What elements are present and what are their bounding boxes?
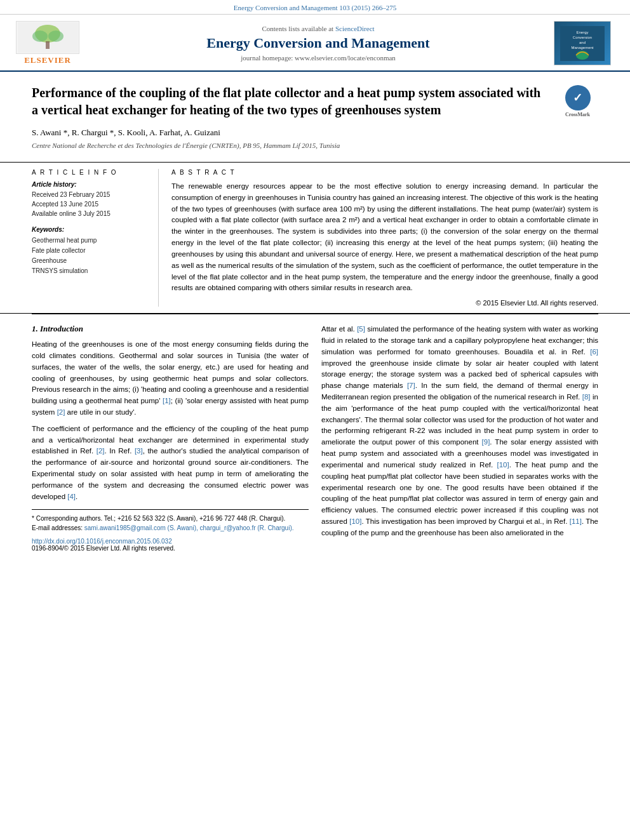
footnote-email-addresses[interactable]: sami.awani1985@gmail.com (S. Awani), cha… bbox=[84, 524, 294, 531]
svg-text:Management: Management bbox=[571, 46, 593, 50]
keywords-heading: Keywords: bbox=[32, 226, 149, 233]
introduction-heading: 1. Introduction bbox=[32, 324, 309, 334]
article-title: Performance of the coupling of the flat … bbox=[32, 84, 598, 119]
footnote-email: E-mail addresses: sami.awani1985@gmail.c… bbox=[32, 523, 309, 533]
ref-link-11[interactable]: [11] bbox=[570, 517, 582, 525]
elsevier-logo-section: ELSEVIER bbox=[13, 21, 83, 65]
abstract-heading: A B S T R A C T bbox=[171, 169, 598, 176]
contents-available-line: Contents lists available at ScienceDirec… bbox=[95, 25, 541, 32]
elsevier-image-placeholder bbox=[16, 21, 79, 54]
body-left-column: 1. Introduction Heating of the greenhous… bbox=[32, 324, 309, 551]
journal-cover-image: Energy Conversion and Management bbox=[554, 21, 611, 65]
authors-line: S. Awani *, R. Chargui *, S. Kooli, A. F… bbox=[32, 128, 598, 138]
svg-text:Conversion: Conversion bbox=[573, 36, 592, 39]
ref-link-5[interactable]: [5] bbox=[357, 325, 365, 333]
crossmark-badge[interactable]: ✓ CrossMark bbox=[557, 84, 598, 119]
journal-reference-bar: Energy Conversion and Management 103 (20… bbox=[0, 0, 630, 15]
ref-link-7[interactable]: [7] bbox=[407, 382, 415, 389]
svg-rect-2 bbox=[46, 41, 50, 49]
body-right-column: Attar et al. [5] simulated the performan… bbox=[321, 324, 598, 551]
ref-link-6[interactable]: [6] bbox=[590, 348, 598, 356]
svg-point-3 bbox=[32, 30, 48, 42]
article-title-section: Performance of the coupling of the flat … bbox=[0, 72, 630, 163]
journal-reference: Energy Conversion and Management 103 (20… bbox=[234, 4, 396, 11]
footnote-section: * Corresponding authors. Tel.; +216 52 5… bbox=[32, 509, 309, 552]
ref-link-1[interactable]: [1] bbox=[163, 397, 171, 404]
ref-link-3[interactable]: [3] bbox=[135, 447, 143, 455]
crossmark-label: CrossMark bbox=[565, 112, 590, 119]
article-info-heading: A R T I C L E I N F O bbox=[32, 169, 149, 176]
crossmark-icon: ✓ bbox=[565, 85, 591, 110]
doi-link[interactable]: http://dx.doi.org/10.1016/j.enconman.201… bbox=[32, 538, 309, 545]
keyword-3: Greenhouse bbox=[32, 256, 149, 266]
intro-paragraph-2: The coefficient of performance and the e… bbox=[32, 423, 309, 503]
accepted-date: Accepted 13 June 2015 bbox=[32, 199, 149, 209]
journal-title-section: Contents lists available at ScienceDirec… bbox=[83, 25, 554, 62]
ref-link-2b[interactable]: [2] bbox=[97, 447, 105, 455]
right-paragraph-1: Attar et al. [5] simulated the performan… bbox=[321, 324, 598, 538]
affiliation-line: Centre National de Recherche et des Tech… bbox=[32, 142, 598, 149]
article-history-section: Article history: Received 23 February 20… bbox=[32, 181, 149, 218]
elsevier-tree-svg bbox=[18, 22, 78, 53]
article-info-column: A R T I C L E I N F O Article history: R… bbox=[32, 169, 159, 307]
received-date: Received 23 February 2015 bbox=[32, 190, 149, 199]
ref-link-10b[interactable]: [10] bbox=[349, 517, 361, 525]
available-date: Available online 3 July 2015 bbox=[32, 209, 149, 218]
issn-line: 0196-8904/© 2015 Elsevier Ltd. All right… bbox=[32, 545, 309, 552]
svg-point-4 bbox=[48, 30, 64, 42]
sciencedirect-link[interactable]: ScienceDirect bbox=[335, 25, 375, 32]
ref-link-9[interactable]: [9] bbox=[482, 438, 490, 446]
ref-link-8[interactable]: [8] bbox=[582, 393, 591, 401]
keywords-section: Keywords: Geothermal heat pump Fate plat… bbox=[32, 226, 149, 276]
elsevier-wordmark: ELSEVIER bbox=[24, 55, 71, 65]
keyword-4: TRNSYS simulation bbox=[32, 266, 149, 276]
abstract-body: The renewable energy resources appear to… bbox=[171, 181, 598, 294]
history-heading: Article history: bbox=[32, 181, 149, 188]
journal-logo-right: Energy Conversion and Management bbox=[554, 21, 617, 65]
svg-text:Energy: Energy bbox=[576, 30, 588, 34]
footnote-corresponding-author: * Corresponding authors. Tel.; +216 52 5… bbox=[32, 514, 309, 523]
journal-header: ELSEVIER Contents lists available at Sci… bbox=[0, 15, 630, 72]
elsevier-logo: ELSEVIER bbox=[13, 21, 83, 65]
ref-link-10[interactable]: [10] bbox=[497, 461, 509, 469]
journal-homepage-url: journal homepage: www.elsevier.com/locat… bbox=[95, 54, 541, 62]
journal-title: Energy Conversion and Management bbox=[95, 35, 541, 51]
svg-text:and: and bbox=[579, 41, 586, 44]
keyword-1: Geothermal heat pump bbox=[32, 236, 149, 246]
doi-section: http://dx.doi.org/10.1016/j.enconman.201… bbox=[32, 538, 309, 552]
keyword-2: Fate plate collector bbox=[32, 246, 149, 256]
main-body-section: 1. Introduction Heating of the greenhous… bbox=[0, 314, 630, 564]
copyright-line: © 2015 Elsevier Ltd. All rights reserved… bbox=[171, 299, 598, 307]
intro-paragraph-1: Heating of the greenhouses is one of the… bbox=[32, 339, 309, 418]
ref-link-2[interactable]: [2] bbox=[57, 408, 65, 416]
abstract-column: A B S T R A C T The renewable energy res… bbox=[171, 169, 598, 307]
ref-link-4[interactable]: [4] bbox=[67, 493, 76, 500]
article-info-abstract-section: A R T I C L E I N F O Article history: R… bbox=[0, 163, 630, 314]
